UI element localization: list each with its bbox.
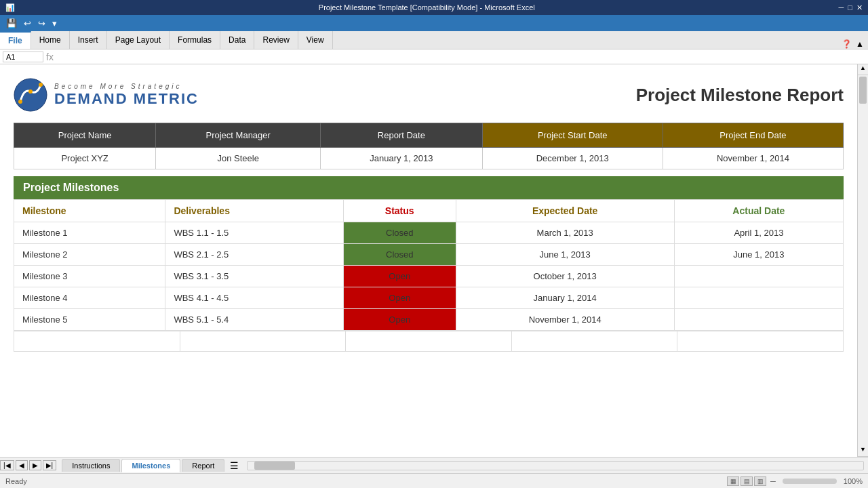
normal-view-icon[interactable]: ▦ xyxy=(727,476,739,486)
empty-cell-5 xyxy=(677,331,844,352)
undo-icon[interactable]: ↩ xyxy=(22,17,33,30)
app-icon: 📊 xyxy=(5,3,15,12)
ribbon: File Home Insert Page Layout Formulas Da… xyxy=(0,31,868,49)
col-label-milestone: Milestone xyxy=(14,200,165,222)
col-header-end-date: Project End Date xyxy=(663,123,843,148)
col-label-deliverables: Deliverables xyxy=(165,200,344,222)
page-break-view-icon[interactable]: ▥ xyxy=(754,476,766,486)
project-info-table: Project Name Project Manager Report Date… xyxy=(14,123,844,169)
milestone-actual-date-2: June 1, 2013 xyxy=(674,244,843,266)
tab-view[interactable]: View xyxy=(298,31,333,49)
sheet-last-button[interactable]: ▶| xyxy=(43,460,57,470)
col-label-status: Status xyxy=(343,200,456,222)
milestone-deliverables-2: WBS 2.1 - 2.5 xyxy=(165,244,344,266)
sheet-first-button[interactable]: |◀ xyxy=(0,460,14,470)
tab-insert[interactable]: Insert xyxy=(70,31,107,49)
collapse-ribbon-icon[interactable]: ▲ xyxy=(856,39,864,49)
minimize-button[interactable]: ─ xyxy=(839,3,844,12)
tab-formulas[interactable]: Formulas xyxy=(170,31,220,49)
milestone-expected-date-2: June 1, 2013 xyxy=(456,244,674,266)
tab-report[interactable]: Report xyxy=(182,459,224,472)
new-sheet-button[interactable]: ☰ xyxy=(226,460,243,471)
cell-reference-input[interactable] xyxy=(3,52,43,62)
empty-cell-2 xyxy=(180,331,346,352)
customize-icon[interactable]: ▾ xyxy=(50,17,59,30)
milestone-actual-date-4 xyxy=(674,287,843,309)
ready-status: Ready xyxy=(5,477,27,485)
tab-milestones[interactable]: Milestones xyxy=(121,459,180,472)
ribbon-tabs: File Home Insert Page Layout Formulas Da… xyxy=(0,31,868,49)
empty-row xyxy=(14,331,844,352)
scroll-up-button[interactable]: ▲ xyxy=(858,64,868,75)
title-bar-controls: ─ □ ✕ xyxy=(839,3,863,12)
milestone-name-4: Milestone 4 xyxy=(14,287,165,309)
spreadsheet-area: Become More Strategic Demand Metric Proj… xyxy=(0,64,857,457)
zoom-percent: 100% xyxy=(844,477,863,485)
redo-icon[interactable]: ↪ xyxy=(36,17,47,30)
milestone-deliverables-1: WBS 1.1 - 1.5 xyxy=(165,222,344,244)
milestone-actual-date-1: April 1, 2013 xyxy=(674,222,843,244)
vertical-scrollbar[interactable]: ▲ ▼ xyxy=(857,64,868,457)
cell-report-date: January 1, 2013 xyxy=(321,148,483,169)
formula-divider: fx xyxy=(46,52,54,62)
zoom-level: ─ xyxy=(770,477,776,485)
ribbon-right-controls: ❓ ▲ xyxy=(842,39,868,49)
milestone-name-5: Milestone 5 xyxy=(14,309,165,331)
cell-end-date: November 1, 2014 xyxy=(663,148,843,169)
horizontal-scroll-thumb[interactable] xyxy=(254,462,295,470)
status-bar: Ready ▦ ▤ ▥ ─ 100% xyxy=(0,473,868,488)
svg-point-2 xyxy=(28,89,33,94)
milestone-name-2: Milestone 2 xyxy=(14,244,165,266)
milestone-expected-date-1: March 1, 2013 xyxy=(456,222,674,244)
tab-file[interactable]: File xyxy=(0,31,31,49)
col-label-actual-date: Actual Date xyxy=(674,200,843,222)
maximize-button[interactable]: □ xyxy=(848,3,852,12)
main-area: Become More Strategic Demand Metric Proj… xyxy=(0,64,868,457)
milestone-status-5: Open xyxy=(343,309,456,331)
milestone-row-1: Milestone 1WBS 1.1 - 1.5ClosedMarch 1, 2… xyxy=(14,222,844,244)
sheet-navigation: |◀ ◀ ▶ ▶| xyxy=(0,460,56,470)
tab-instructions[interactable]: Instructions xyxy=(62,459,120,472)
svg-point-1 xyxy=(18,100,22,104)
milestones-extra-row xyxy=(14,331,844,352)
tab-review[interactable]: Review xyxy=(254,31,298,49)
milestone-deliverables-5: WBS 5.1 - 5.4 xyxy=(165,309,344,331)
milestone-row-3: Milestone 3WBS 3.1 - 3.5OpenOctober 1, 2… xyxy=(14,266,844,287)
milestone-expected-date-4: January 1, 2014 xyxy=(456,287,674,309)
report-header: Become More Strategic Demand Metric Proj… xyxy=(14,78,844,112)
logo-name: Demand Metric xyxy=(54,90,199,108)
milestone-status-1: Closed xyxy=(343,222,456,244)
horizontal-scrollbar[interactable] xyxy=(247,461,864,470)
tab-home[interactable]: Home xyxy=(31,31,70,49)
tab-page-layout[interactable]: Page Layout xyxy=(107,31,170,49)
milestone-name-1: Milestone 1 xyxy=(14,222,165,244)
tab-data[interactable]: Data xyxy=(220,31,254,49)
formula-input[interactable] xyxy=(56,52,865,62)
logo-tagline: Become More Strategic xyxy=(54,83,199,90)
save-icon[interactable]: 💾 xyxy=(4,17,19,30)
milestone-name-3: Milestone 3 xyxy=(14,266,165,287)
status-left: Ready xyxy=(5,477,27,485)
page-layout-view-icon[interactable]: ▤ xyxy=(741,476,753,486)
status-right: ▦ ▤ ▥ ─ 100% xyxy=(727,476,863,486)
quick-access-toolbar: 💾 ↩ ↪ ▾ xyxy=(0,15,868,31)
scroll-thumb[interactable] xyxy=(859,77,867,104)
milestone-expected-date-3: October 1, 2013 xyxy=(456,266,674,287)
scroll-down-button[interactable]: ▼ xyxy=(858,446,868,457)
zoom-slider[interactable] xyxy=(783,479,837,484)
sheet-next-button[interactable]: ▶ xyxy=(29,460,41,470)
title-bar: 📊 Project Milestone Template [Compatibil… xyxy=(0,0,868,15)
col-header-project-name: Project Name xyxy=(14,123,156,148)
cell-start-date: December 1, 2013 xyxy=(482,148,663,169)
title-bar-left: 📊 xyxy=(5,3,15,12)
help-icon[interactable]: ❓ xyxy=(842,39,852,49)
scroll-track[interactable] xyxy=(858,75,868,446)
milestones-table: Milestone Deliverables Status Expected D… xyxy=(14,199,844,331)
sheet-prev-button[interactable]: ◀ xyxy=(16,460,28,470)
formula-bar: fx xyxy=(0,49,868,64)
milestones-section-title: Project Milestones xyxy=(23,182,119,193)
milestone-status-2: Closed xyxy=(343,244,456,266)
milestone-actual-date-5 xyxy=(674,309,843,331)
close-button[interactable]: ✕ xyxy=(856,3,863,12)
cell-project-manager: Jon Steele xyxy=(156,148,321,169)
